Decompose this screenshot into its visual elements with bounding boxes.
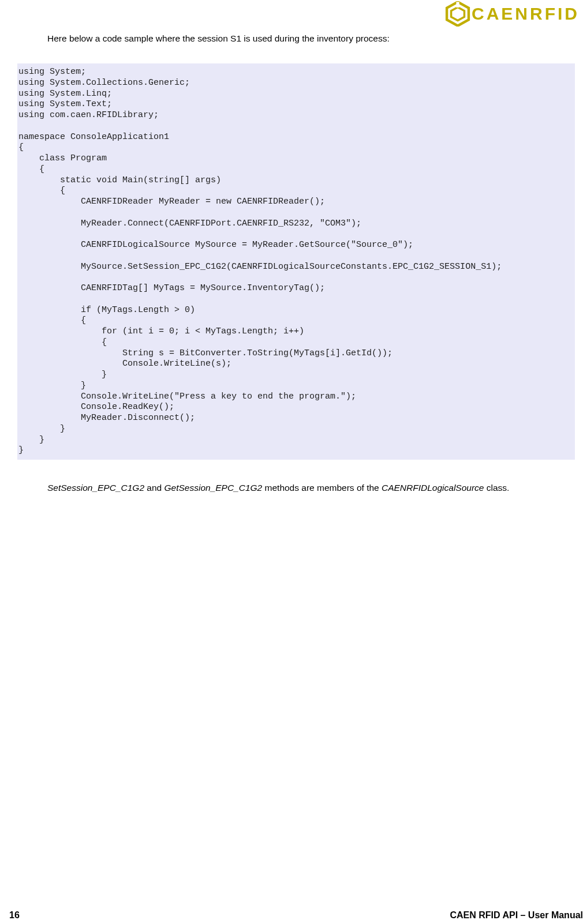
brand-hexagon-icon xyxy=(445,1,470,27)
intro-paragraph: Here below a code sample where the sessi… xyxy=(0,27,583,44)
page-footer: 16 CAEN RFID API – User Manual xyxy=(0,910,583,921)
code-sample: using System; using System.Collections.G… xyxy=(17,63,575,460)
method-name-1: SetSession_EPC_C1G2 xyxy=(47,483,144,493)
footer-title: CAEN RFID API – User Manual xyxy=(450,910,583,921)
outro-and: and xyxy=(144,483,164,493)
method-name-2: GetSession_EPC_C1G2 xyxy=(165,483,263,493)
class-name: CAENRFIDLogicalSource xyxy=(382,483,484,493)
page-number: 16 xyxy=(9,910,20,921)
svg-marker-1 xyxy=(451,7,465,21)
brand-logo: CAENRFID xyxy=(445,1,580,27)
svg-rect-2 xyxy=(456,2,459,7)
brand-text: CAENRFID xyxy=(472,4,580,24)
outro-mid: methods are members of the xyxy=(262,483,382,493)
outro-end: class. xyxy=(484,483,509,493)
page-header: CAENRFID xyxy=(0,0,583,27)
outro-paragraph: SetSession_EPC_C1G2 and GetSession_EPC_C… xyxy=(0,460,583,493)
